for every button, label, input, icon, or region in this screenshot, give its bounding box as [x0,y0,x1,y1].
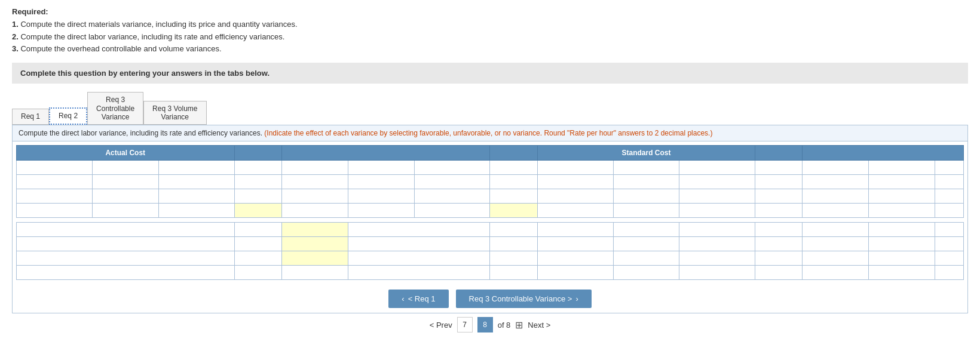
cell[interactable] [281,189,348,204]
cell[interactable] [281,161,348,175]
cell[interactable] [158,161,234,175]
cell[interactable] [92,175,158,189]
input-field[interactable] [682,177,752,187]
cell[interactable] [537,161,613,175]
input-field[interactable] [19,192,90,201]
input-field[interactable] [19,239,232,249]
cell [803,204,869,218]
cell [869,175,935,189]
input-field[interactable] [161,192,232,201]
cell[interactable] [679,189,755,204]
input-field[interactable] [284,254,345,263]
input-field[interactable] [284,192,345,201]
input-field[interactable] [237,206,279,215]
input-field[interactable] [284,177,345,187]
input-field[interactable] [161,177,232,187]
input-field[interactable] [19,254,232,263]
cell [755,175,803,189]
cell [234,161,281,175]
cell[interactable] [348,223,490,237]
cell[interactable] [348,237,490,251]
input-field[interactable] [284,239,345,249]
input-field[interactable] [616,177,677,187]
cell[interactable] [92,189,158,204]
cell-wide[interactable] [17,223,235,237]
cell [414,204,490,218]
input-field[interactable] [351,163,412,173]
input-field[interactable] [351,239,488,249]
cell-wide[interactable] [17,251,235,266]
cell[interactable] [281,175,348,189]
cell[interactable] [158,175,234,189]
input-field[interactable] [351,225,488,235]
input-field[interactable] [95,192,156,201]
cell[interactable] [17,189,93,204]
cell[interactable] [414,175,490,189]
cell[interactable] [348,175,414,189]
cell [803,161,869,175]
input-field[interactable] [492,206,534,215]
cell[interactable] [17,161,93,175]
cell-yellow[interactable] [490,204,537,218]
input-field[interactable] [682,192,752,201]
input-field[interactable] [351,254,488,263]
tab-req2[interactable]: Req 2 [49,107,87,125]
input-field[interactable] [95,163,156,173]
page-7[interactable]: 7 [457,317,473,332]
cell[interactable] [679,161,755,175]
page-8-current[interactable]: 8 [477,317,493,332]
prev-req-button[interactable]: ‹ < Req 1 [388,290,448,308]
input-field[interactable] [19,163,90,173]
cell-wide[interactable] [17,266,235,280]
input-field[interactable] [682,163,752,173]
input-field[interactable] [19,177,90,187]
cell [935,251,964,266]
cell[interactable] [537,175,613,189]
cell [869,189,935,204]
cell[interactable] [679,175,755,189]
table-row [17,266,964,280]
cell[interactable] [348,161,414,175]
tab-req3-ctrl[interactable]: Req 3ControllableVariance [87,92,143,125]
tab-req1[interactable]: Req 1 [12,109,49,125]
input-field[interactable] [95,177,156,187]
input-field[interactable] [351,192,412,201]
input-field[interactable] [284,163,345,173]
cell[interactable] [17,175,93,189]
cell[interactable] [348,189,414,204]
prev-page-link[interactable]: < Prev [430,321,452,330]
input-field[interactable] [616,163,677,173]
input-field[interactable] [161,163,232,173]
next-page-link[interactable]: Next > [528,321,550,330]
input-field[interactable] [540,177,611,187]
cell[interactable] [537,189,613,204]
grid-icon[interactable]: ⊞ [515,319,523,331]
cell-yellow[interactable] [281,223,348,237]
tab-req3-vol[interactable]: Req 3 VolumeVariance [143,101,206,125]
cell-yellow[interactable] [234,204,281,218]
input-field[interactable] [417,163,488,173]
input-field[interactable] [351,177,412,187]
actual-cost-header: Actual Cost [17,146,235,161]
input-field[interactable] [284,225,345,235]
input-field[interactable] [540,192,611,201]
next-req-button[interactable]: Req 3 Controllable Variance > › [456,290,592,308]
input-field[interactable] [417,177,488,187]
cell [281,266,348,280]
cell[interactable] [613,189,679,204]
cell[interactable] [348,251,490,266]
input-field[interactable] [19,268,232,278]
input-field[interactable] [540,163,611,173]
input-field[interactable] [417,192,488,201]
input-field[interactable] [19,225,232,235]
cell[interactable] [613,175,679,189]
input-field[interactable] [616,192,677,201]
cell[interactable] [613,161,679,175]
cell[interactable] [414,161,490,175]
cell[interactable] [92,161,158,175]
cell[interactable] [414,189,490,204]
cell-wide[interactable] [17,237,235,251]
cell[interactable] [158,189,234,204]
cell-yellow[interactable] [281,251,348,266]
cell-yellow[interactable] [281,237,348,251]
